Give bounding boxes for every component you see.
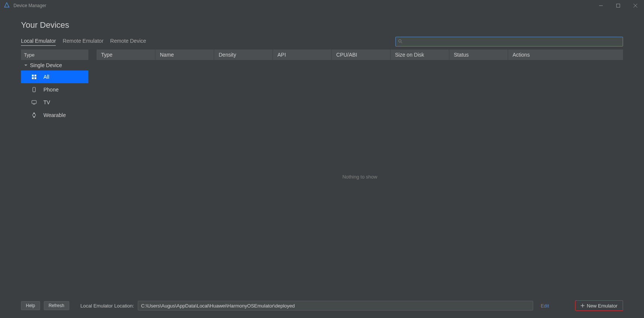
refresh-button[interactable]: Refresh: [44, 301, 69, 310]
col-actions[interactable]: Actions: [508, 50, 623, 60]
svg-point-4: [399, 39, 401, 42]
col-type[interactable]: Type: [97, 50, 155, 60]
help-button[interactable]: Help: [21, 301, 40, 310]
plus-icon: [581, 303, 584, 309]
search-input[interactable]: [402, 39, 620, 45]
watch-icon: [31, 112, 37, 118]
sidebar-item-wearable[interactable]: Wearable: [21, 109, 88, 122]
svg-rect-16: [33, 117, 35, 118]
window-title: Device Manager: [13, 3, 46, 8]
search-field[interactable]: [395, 37, 623, 46]
svg-rect-9: [34, 77, 36, 79]
titlebar-left: Device Manager: [4, 2, 46, 9]
caret-down-icon: [24, 62, 28, 68]
col-density[interactable]: Density: [214, 50, 273, 60]
table-empty-state: Nothing to show: [97, 60, 623, 293]
tab-remote-emulator[interactable]: Remote Emulator: [63, 38, 103, 46]
search-icon: [398, 39, 402, 45]
svg-rect-6: [32, 75, 34, 76]
minimize-button[interactable]: [592, 0, 610, 11]
tab-remote-device[interactable]: Remote Device: [110, 38, 146, 46]
new-emulator-label: New Emulator: [587, 303, 617, 309]
device-table: Type Name Density API CPU/ABI Size on Di…: [97, 50, 623, 293]
sidebar-item-all[interactable]: All: [21, 70, 88, 83]
col-cpu-abi[interactable]: CPU/ABI: [332, 50, 391, 60]
col-api[interactable]: API: [273, 50, 332, 60]
apps-icon: [31, 74, 37, 80]
sidebar-item-label: TV: [43, 99, 50, 105]
tree-group-single-device[interactable]: Single Device: [21, 60, 88, 70]
table-header: Type Name Density API CPU/ABI Size on Di…: [97, 50, 623, 60]
page-body: Your Devices Local Emulator Remote Emula…: [0, 11, 644, 293]
sidebar-item-label: Phone: [43, 87, 58, 93]
sidebar-header: Type: [21, 50, 88, 60]
tab-row: Local Emulator Remote Emulator Remote De…: [21, 37, 623, 46]
col-size[interactable]: Size on Disk: [391, 50, 449, 60]
svg-rect-15: [33, 113, 35, 114]
col-status[interactable]: Status: [449, 50, 508, 60]
svg-point-11: [34, 91, 34, 92]
location-input[interactable]: [138, 301, 533, 310]
sidebar-item-phone[interactable]: Phone: [21, 83, 88, 96]
close-button[interactable]: [627, 0, 644, 11]
main-split: Type Single Device All: [21, 50, 623, 293]
sidebar-item-tv[interactable]: TV: [21, 96, 88, 109]
new-emulator-button[interactable]: New Emulator: [575, 300, 623, 311]
col-name[interactable]: Name: [155, 50, 214, 60]
tv-icon: [31, 100, 37, 105]
sidebar: Type Single Device All: [21, 50, 88, 293]
location-label: Local Emulator Location:: [80, 303, 134, 309]
footer: Help Refresh Local Emulator Location: Ed…: [0, 293, 644, 318]
svg-rect-8: [32, 77, 34, 79]
window-controls: [592, 0, 644, 11]
app-logo-icon: [4, 2, 10, 9]
tree-group-label: Single Device: [30, 62, 62, 68]
phone-icon: [31, 87, 37, 92]
tab-local-emulator[interactable]: Local Emulator: [21, 38, 56, 46]
svg-rect-7: [34, 75, 36, 76]
svg-rect-1: [617, 4, 620, 8]
sidebar-item-label: Wearable: [43, 112, 66, 118]
titlebar: Device Manager: [0, 0, 644, 11]
svg-point-14: [33, 114, 36, 117]
page-title: Your Devices: [21, 20, 623, 30]
maximize-button[interactable]: [610, 0, 627, 11]
sidebar-item-label: All: [43, 74, 49, 80]
svg-line-5: [401, 42, 402, 43]
tabs: Local Emulator Remote Emulator Remote De…: [21, 38, 146, 46]
edit-link[interactable]: Edit: [537, 303, 553, 309]
svg-rect-12: [32, 100, 36, 104]
